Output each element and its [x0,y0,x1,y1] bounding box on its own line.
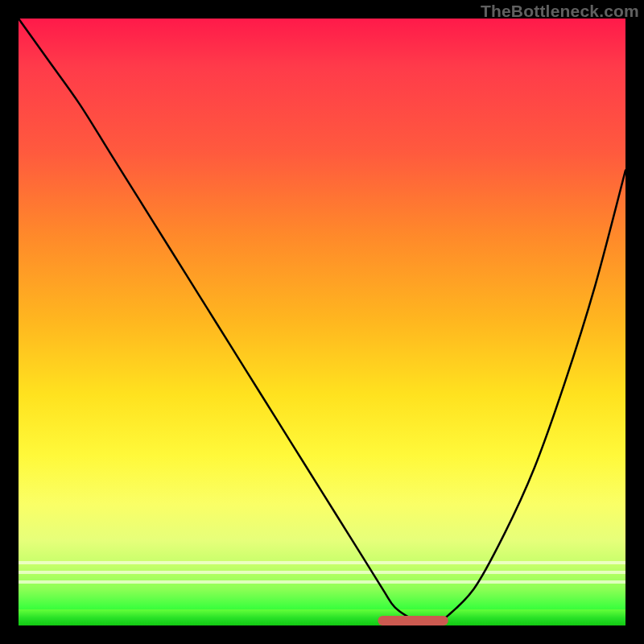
chart-frame: TheBottleneck.com [0,0,644,644]
watermark-text: TheBottleneck.com [481,2,639,21]
bottleneck-curve-line [19,19,625,625]
plot-area [19,19,625,625]
bottleneck-curve-svg [19,19,625,625]
